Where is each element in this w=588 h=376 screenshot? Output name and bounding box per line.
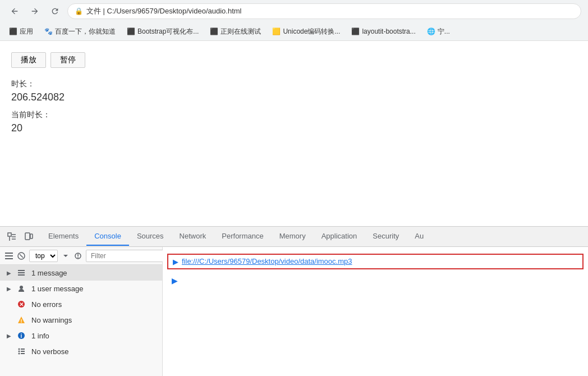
bookmark-baidu[interactable]: 🐾 百度一下，你就知道: [40, 26, 120, 38]
console-left-panel: top Default levels ▾: [0, 247, 163, 376]
bookmark-unicode[interactable]: 🟨 Unicode编码转换...: [268, 26, 344, 38]
console-file-link[interactable]: file:///C:/Users/96579/Desktop/video/dat…: [182, 257, 352, 265]
console-right-panel: ▶ file:///C:/Users/96579/Desktop/video/d…: [163, 247, 588, 376]
tab-memory[interactable]: Memory: [272, 227, 314, 246]
devtools-body: top Default levels ▾: [0, 247, 588, 376]
svg-line-7: [20, 254, 23, 258]
svg-rect-11: [18, 270, 25, 271]
bookmark-test[interactable]: ⬛ 正则在线测试: [205, 26, 265, 38]
verbose-icon: [17, 347, 26, 356]
console-output: ▶ file:///C:/Users/96579/Desktop/video/d…: [163, 247, 588, 290]
tab-security[interactable]: Security: [365, 227, 407, 246]
list-icon: [17, 268, 26, 277]
expand-arrow-info: ▶: [7, 333, 11, 339]
test-icon: ⬛: [210, 27, 218, 35]
tab-au[interactable]: Au: [407, 227, 431, 246]
pause-button[interactable]: 暂停: [50, 52, 85, 68]
baidu-label: 百度一下，你就知道: [55, 27, 116, 36]
browser-nav: 🔒 文件 | C:/Users/96579/Desktop/video/audi…: [0, 0, 588, 22]
svg-rect-5: [5, 258, 13, 259]
extra-label: 宁...: [438, 27, 450, 36]
expand-arrow-messages: ▶: [7, 270, 11, 276]
clear-console-button[interactable]: [17, 249, 26, 263]
preserve-log-button[interactable]: [74, 249, 82, 263]
expand-icon[interactable]: ▶: [173, 257, 178, 266]
extra-icon: 🌐: [427, 27, 435, 35]
warning-icon: !: [17, 315, 26, 324]
tab-elements[interactable]: Elements: [40, 227, 86, 246]
tab-performance[interactable]: Performance: [214, 227, 271, 246]
console-log-entry: ▶ file:///C:/Users/96579/Desktop/video/d…: [167, 254, 584, 269]
sidebar-item-user-messages[interactable]: ▶ 1 user message: [0, 281, 162, 296]
current-value: 20: [11, 122, 577, 134]
svg-rect-24: [21, 349, 25, 350]
svg-rect-2: [30, 234, 33, 239]
back-button[interactable]: [7, 3, 22, 19]
sidebar-item-warnings[interactable]: ▶ ! No warnings: [0, 312, 162, 328]
sidebar-item-info[interactable]: ▶ i 1 info: [0, 328, 162, 343]
baidu-icon: 🐾: [44, 27, 53, 35]
tab-console[interactable]: Console: [86, 227, 129, 246]
svg-rect-0: [8, 233, 11, 236]
duration-label: 时长：: [11, 79, 577, 89]
tab-network[interactable]: Network: [172, 227, 214, 246]
test-label: 正则在线测试: [220, 27, 261, 36]
devtools-icon-group: [0, 230, 40, 244]
svg-point-14: [20, 286, 23, 289]
svg-point-23: [19, 353, 20, 355]
devtools-panel: Elements Console Sources Network Perform…: [0, 226, 588, 376]
duration-value: 206.524082: [11, 91, 577, 103]
svg-text:✕: ✕: [19, 301, 24, 308]
verbose-label: No verbose: [31, 347, 68, 356]
messages-label: 1 message: [31, 269, 67, 277]
svg-rect-4: [5, 255, 13, 256]
errors-label: No errors: [31, 300, 62, 309]
bookmark-layoutit[interactable]: ⬛ layoutit-bootstra...: [347, 26, 420, 36]
bookmark-extra[interactable]: 🌐 宁...: [422, 26, 454, 38]
devtools-tabs: Elements Console Sources Network Perform…: [40, 227, 588, 246]
unicode-label: Unicode编码转换...: [283, 27, 340, 36]
lock-icon: 🔒: [75, 7, 83, 15]
bootstrap-icon: ⬛: [127, 27, 135, 35]
svg-rect-26: [21, 353, 25, 354]
context-select[interactable]: top: [29, 250, 58, 262]
svg-rect-12: [18, 272, 25, 273]
svg-point-22: [19, 351, 20, 352]
svg-rect-25: [21, 351, 25, 352]
inspect-element-button[interactable]: [4, 230, 19, 244]
arrow-icon: ▶: [172, 276, 178, 285]
console-sidebar-toggle[interactable]: [4, 249, 13, 263]
apps-label: 应用: [20, 27, 33, 36]
bookmark-apps[interactable]: ⬛ 应用: [4, 26, 38, 38]
play-button[interactable]: 播放: [11, 52, 46, 68]
bookmarks-bar: ⬛ 应用 🐾 百度一下，你就知道 ⬛ Bootstrap可视化布... ⬛ 正则…: [0, 22, 588, 40]
console-toolbar: top Default levels ▾: [0, 247, 162, 265]
console-arrow-prompt[interactable]: ▶: [163, 274, 588, 287]
sidebar-item-messages[interactable]: ▶ 1 message: [0, 265, 162, 281]
console-sidebar: ▶ 1 message ▶: [0, 265, 162, 376]
svg-text:i: i: [21, 333, 22, 339]
error-icon: ✕: [17, 300, 26, 309]
expand-arrow-user: ▶: [7, 286, 11, 292]
svg-rect-13: [18, 274, 25, 276]
page-content: 播放 暂停 时长： 206.524082 当前时长： 20: [0, 41, 588, 226]
svg-point-21: [19, 349, 20, 350]
url-text: 文件 | C:/Users/96579/Desktop/video/audio.…: [86, 6, 242, 16]
tab-application[interactable]: Application: [314, 227, 365, 246]
reload-button[interactable]: [47, 3, 63, 19]
sidebar-item-verbose[interactable]: ▶ No verbose: [0, 343, 162, 359]
svg-rect-1: [25, 233, 30, 240]
sidebar-item-errors[interactable]: ▶ ✕ No errors: [0, 296, 162, 312]
bookmark-bootstrap[interactable]: ⬛ Bootstrap可视化布...: [122, 26, 203, 38]
svg-rect-3: [5, 253, 13, 254]
info-icon: i: [17, 331, 26, 340]
svg-text:!: !: [21, 318, 22, 324]
expand-messages-button[interactable]: [61, 249, 70, 263]
layoutit-label: layoutit-bootstra...: [362, 27, 415, 35]
address-bar[interactable]: 🔒 文件 | C:/Users/96579/Desktop/video/audi…: [67, 3, 581, 19]
layoutit-icon: ⬛: [351, 27, 360, 35]
device-toolbar-button[interactable]: [21, 230, 36, 244]
forward-button[interactable]: [27, 3, 43, 19]
tab-sources[interactable]: Sources: [129, 227, 172, 246]
bootstrap-label: Bootstrap可视化布...: [137, 27, 199, 36]
